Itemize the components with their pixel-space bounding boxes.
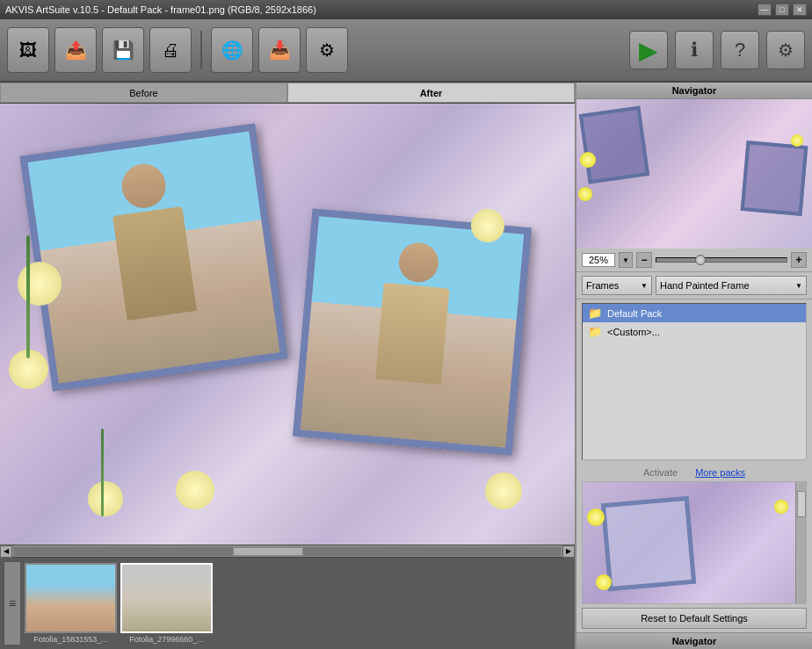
open-button[interactable]: 🖼 bbox=[7, 27, 49, 73]
frame-preview-scrollbar[interactable] bbox=[795, 482, 806, 603]
settings-button[interactable]: 📥 bbox=[258, 27, 301, 73]
nav-flower-1 bbox=[580, 152, 596, 168]
thumbnail-strip: ≡ Fotolia_15831553_... Fotolia_27996660_… bbox=[0, 557, 575, 649]
frame-list-item-custom[interactable]: 📁 <Custom>... bbox=[583, 322, 806, 341]
flower-4 bbox=[471, 209, 504, 242]
scroll-track bbox=[14, 547, 561, 556]
share-button[interactable]: 🌐 bbox=[211, 27, 253, 73]
more-packs-link[interactable]: More packs bbox=[695, 467, 745, 478]
help-icon: ? bbox=[735, 39, 745, 61]
frame-list-item-default-pack[interactable]: 📁 Default Pack bbox=[583, 304, 806, 322]
prefs-button[interactable]: ⚙ bbox=[766, 31, 805, 69]
navigator-preview-inner bbox=[576, 99, 812, 249]
reset-button[interactable]: Reset to Default Settings bbox=[582, 608, 807, 629]
horizontal-scrollbar[interactable]: ◀ ▶ bbox=[0, 544, 575, 557]
preview-flower-3 bbox=[774, 500, 788, 514]
preview-frame bbox=[601, 496, 696, 591]
person-right bbox=[301, 216, 524, 447]
run-button[interactable]: ▶ bbox=[629, 31, 668, 69]
zoom-slider-thumb[interactable] bbox=[695, 255, 706, 265]
canvas-content bbox=[0, 104, 575, 544]
main-frame-right bbox=[293, 209, 532, 456]
scroll-left-button[interactable]: ◀ bbox=[0, 545, 12, 558]
title-bar: AKVIS ArtSuite v.10.5 - Default Pack - f… bbox=[0, 0, 812, 19]
flower-3 bbox=[88, 481, 123, 516]
prefs-icon: ⚙ bbox=[778, 40, 794, 61]
frame-preview-inner bbox=[583, 482, 806, 603]
open-icon: 🖼 bbox=[19, 40, 37, 61]
zoom-out-button[interactable]: − bbox=[636, 252, 652, 268]
nav-frame-right bbox=[741, 141, 808, 216]
settings-icon: 📥 bbox=[269, 40, 291, 61]
tab-bar: Before After bbox=[0, 83, 575, 104]
zoom-bar: 25% ▼ − + bbox=[576, 249, 812, 272]
tab-after[interactable]: After bbox=[287, 83, 575, 103]
navigator-header: Navigator bbox=[576, 83, 812, 99]
thumbnail-strip-toggle[interactable]: ≡ bbox=[4, 561, 21, 645]
frame-preview bbox=[582, 481, 807, 604]
thumb-photo-man bbox=[122, 565, 211, 631]
frame-name-dropdown-arrow: ▼ bbox=[795, 282, 802, 290]
main-frame-left bbox=[20, 124, 288, 392]
scroll-right-button[interactable]: ▶ bbox=[562, 545, 575, 558]
flower-5 bbox=[485, 472, 522, 509]
canvas-area[interactable] bbox=[0, 104, 575, 544]
frames-row: Frames ▼ Hand Painted Frame ▼ bbox=[576, 272, 812, 299]
save-as-button[interactable]: 📤 bbox=[54, 27, 97, 73]
close-button[interactable]: ✕ bbox=[793, 4, 807, 16]
nav-frame-left bbox=[579, 106, 649, 184]
save-button[interactable]: 💾 bbox=[102, 27, 144, 73]
preview-flower-2 bbox=[596, 574, 612, 590]
thumbnail-label-1: Fotolia_15831553_... bbox=[33, 635, 108, 644]
flower-6 bbox=[176, 471, 214, 509]
toolbar-separator bbox=[200, 31, 202, 69]
maximize-button[interactable]: □ bbox=[775, 4, 789, 16]
print-icon: 🖨 bbox=[162, 40, 179, 61]
frame-name-dropdown[interactable]: Hand Painted Frame ▼ bbox=[656, 276, 807, 295]
scroll-thumb[interactable] bbox=[233, 547, 303, 556]
print-button[interactable]: 🖨 bbox=[149, 27, 192, 73]
main-layout: Before After bbox=[0, 83, 812, 649]
thumbnail-image-1 bbox=[25, 563, 117, 633]
thumbnail-label-2: Fotolia_27996660_... bbox=[129, 635, 204, 644]
person-left bbox=[28, 132, 280, 384]
tab-before[interactable]: Before bbox=[0, 83, 287, 103]
toolbar: 🖼 📤 💾 🖨 🌐 📥 ⚙ ▶ ℹ ? ⚙ bbox=[0, 19, 812, 83]
title-bar-controls: — □ ✕ bbox=[758, 4, 807, 16]
share-icon: 🌐 bbox=[221, 40, 243, 61]
nav-flower-3 bbox=[791, 134, 803, 147]
thumbnail-image-2 bbox=[120, 563, 213, 633]
run-icon: ▶ bbox=[639, 36, 658, 65]
stem-2 bbox=[101, 429, 104, 516]
center-area: Before After bbox=[0, 83, 575, 649]
stem-1 bbox=[26, 235, 30, 358]
navigator-preview[interactable] bbox=[576, 99, 812, 249]
toolbar-right: ▶ ℹ ? ⚙ bbox=[629, 31, 805, 69]
preview-flower-1 bbox=[587, 508, 605, 526]
plugin-button[interactable]: ⚙ bbox=[306, 27, 348, 73]
zoom-value-display[interactable]: 25% bbox=[582, 253, 615, 267]
frame-list: 📁 Default Pack 📁 <Custom>... bbox=[582, 303, 807, 460]
activate-row: Activate More packs bbox=[576, 464, 812, 481]
activate-button[interactable]: Activate bbox=[643, 467, 678, 478]
zoom-in-button[interactable]: + bbox=[791, 252, 807, 268]
help-button[interactable]: ? bbox=[721, 31, 759, 69]
frame-preview-scroll-thumb[interactable] bbox=[797, 491, 806, 517]
zoom-dropdown-arrow[interactable]: ▼ bbox=[619, 252, 633, 268]
info-button[interactable]: ℹ bbox=[675, 31, 714, 69]
thumbnail-item-2[interactable]: Fotolia_27996660_... bbox=[120, 563, 213, 644]
folder-icon-1: 📁 bbox=[588, 306, 602, 320]
folder-icon-2: 📁 bbox=[588, 325, 602, 338]
thumb-photo-woman bbox=[26, 565, 115, 631]
save-icon: 💾 bbox=[112, 40, 134, 61]
info-icon: ℹ bbox=[691, 39, 698, 61]
frames-type-dropdown[interactable]: Frames ▼ bbox=[582, 276, 652, 295]
thumbnail-container: Fotolia_15831553_... Fotolia_27996660_..… bbox=[25, 561, 213, 645]
thumbnail-item-1[interactable]: Fotolia_15831553_... bbox=[25, 563, 117, 644]
minimize-button[interactable]: — bbox=[758, 4, 772, 16]
nav-flower-2 bbox=[578, 187, 592, 201]
bottom-navigator-label: Navigator bbox=[576, 632, 812, 649]
right-panel: Navigator 25% ▼ − + bbox=[575, 83, 812, 649]
zoom-slider[interactable] bbox=[656, 257, 787, 263]
plugin-icon: ⚙ bbox=[319, 40, 335, 61]
